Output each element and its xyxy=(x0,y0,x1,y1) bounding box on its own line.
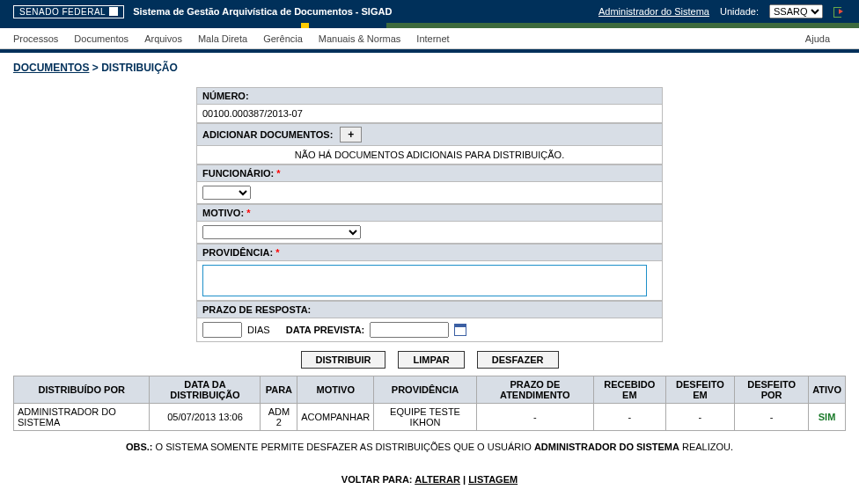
td-prazo: - xyxy=(476,404,593,431)
calendar-icon[interactable] xyxy=(454,324,466,336)
td-distribuido-por: ADMINISTRADOR DO SISTEMA xyxy=(14,404,150,431)
obs-text2: REALIZOU. xyxy=(679,442,733,452)
td-para: ADM 2 xyxy=(261,404,297,431)
funcionario-label: FUNCIONÁRIO: xyxy=(202,168,274,179)
table-row: ADMINISTRADOR DO SISTEMA 05/07/2013 13:0… xyxy=(14,404,846,431)
dias-input[interactable] xyxy=(202,322,242,338)
th-providencia: PROVIDÊNCIA xyxy=(374,376,476,404)
no-docs-message: NÃO HÁ DOCUMENTOS ADICIONAIS PARA DISTRI… xyxy=(197,146,662,164)
breadcrumb-documentos[interactable]: DOCUMENTOS xyxy=(13,62,89,74)
motivo-label-row: MOTIVO: * xyxy=(197,204,662,222)
voltar-sep: | xyxy=(460,474,468,485)
menu-manuais[interactable]: Manuais & Normas xyxy=(319,33,401,44)
th-distribuido-por: DISTRIBUÍDO POR xyxy=(14,376,150,404)
providencia-label-row: PROVIDÊNCIA: * xyxy=(197,244,662,261)
topbar: SENADO FEDERAL Sistema de Gestão Arquiví… xyxy=(0,0,859,23)
menu-internet[interactable]: Internet xyxy=(416,33,449,44)
motivo-select[interactable] xyxy=(202,225,361,239)
voltar-row: VOLTAR PARA: ALTERAR | LISTAGEM xyxy=(13,474,846,485)
td-ativo: SIM xyxy=(809,404,846,431)
obs-text1: O SISTEMA SOMENTE PERMITE DESFAZER AS DI… xyxy=(153,442,534,452)
funcionario-select[interactable] xyxy=(202,186,251,200)
data-prevista-label: DATA PREVISTA: xyxy=(286,325,364,335)
prazo-row: DIAS DATA PREVISTA: xyxy=(197,318,662,341)
system-title: Sistema de Gestão Arquivística de Docume… xyxy=(133,6,392,17)
numero-label-row: NÚMERO: xyxy=(197,88,662,105)
td-data: 05/07/2013 13:06 xyxy=(150,404,261,431)
menu-ajuda[interactable]: Ajuda xyxy=(805,33,830,44)
adicionar-row: ADICIONAR DOCUMENTOS: + xyxy=(197,123,662,146)
senado-badge: SENADO FEDERAL xyxy=(13,5,124,18)
distribuir-button[interactable]: DISTRIBUIR xyxy=(301,351,386,369)
providencia-req: * xyxy=(275,247,279,258)
numero-value: 00100.000387/2013-07 xyxy=(202,108,303,119)
history-table: DISTRIBUÍDO POR DATA DA DISTRIBUIÇÃO PAR… xyxy=(13,376,846,431)
menu-documentos[interactable]: Documentos xyxy=(74,33,128,44)
prazo-label: PRAZO DE RESPOSTA: xyxy=(202,304,311,315)
numero-label: NÚMERO: xyxy=(202,91,249,101)
providencia-row xyxy=(197,261,662,301)
td-desfeito-em: - xyxy=(665,404,734,431)
menubar: Processos Documentos Arquivos Mala Diret… xyxy=(0,28,859,49)
breadcrumb-distribuicao: DISTRIBUIÇÃO xyxy=(101,62,178,74)
funcionario-row xyxy=(197,182,662,204)
th-ativo: ATIVO xyxy=(809,376,846,404)
motivo-row xyxy=(197,222,662,244)
menu-gerencia[interactable]: Gerência xyxy=(263,33,303,44)
obs-bold: ADMINISTRADOR DO SISTEMA xyxy=(534,442,679,452)
breadcrumb-sep: > xyxy=(89,62,101,74)
funcionario-req: * xyxy=(276,168,280,179)
desfazer-button[interactable]: DESFAZER xyxy=(477,351,559,369)
breadcrumb: DOCUMENTOS > DISTRIBUIÇÃO xyxy=(13,62,846,74)
td-providencia: EQUIPE TESTE IKHON xyxy=(374,404,476,431)
prazo-label-row: PRAZO DE RESPOSTA: xyxy=(197,301,662,318)
admin-link[interactable]: Administrador do Sistema xyxy=(598,6,709,17)
menu-arquivos[interactable]: Arquivos xyxy=(144,33,182,44)
topbar-left: SENADO FEDERAL Sistema de Gestão Arquiví… xyxy=(13,5,392,18)
unidade-select[interactable]: SSARQ xyxy=(769,4,823,18)
action-buttons: DISTRIBUIR LIMPAR DESFAZER xyxy=(13,351,846,369)
providencia-label: PROVIDÊNCIA: xyxy=(202,247,273,258)
unidade-label: Unidade: xyxy=(720,6,759,17)
content: DOCUMENTOS > DISTRIBUIÇÃO NÚMERO: 00100.… xyxy=(0,53,859,493)
funcionario-label-row: FUNCIONÁRIO: * xyxy=(197,164,662,182)
td-recebido: - xyxy=(593,404,665,431)
th-prazo: PRAZO DE ATENDIMENTO xyxy=(476,376,593,404)
voltar-listagem-link[interactable]: LISTAGEM xyxy=(468,474,518,485)
obs-note: OBS.: O SISTEMA SOMENTE PERMITE DESFAZER… xyxy=(13,442,846,452)
th-desfeito-por: DESFEITO POR xyxy=(735,376,809,404)
limpar-button[interactable]: LIMPAR xyxy=(398,351,464,369)
data-prevista-input[interactable] xyxy=(370,322,449,338)
motivo-req: * xyxy=(246,208,250,218)
senado-label: SENADO FEDERAL xyxy=(19,7,106,17)
providencia-textarea[interactable] xyxy=(202,265,647,296)
th-desfeito-em: DESFEITO EM xyxy=(665,376,734,404)
voltar-label: VOLTAR PARA: xyxy=(341,474,413,485)
th-data: DATA DA DISTRIBUIÇÃO xyxy=(150,376,261,404)
menu-mala-direta[interactable]: Mala Direta xyxy=(198,33,247,44)
distribution-form: NÚMERO: 00100.000387/2013-07 ADICIONAR D… xyxy=(196,87,663,342)
history-header-row: DISTRIBUÍDO POR DATA DA DISTRIBUIÇÃO PAR… xyxy=(14,376,846,404)
th-para: PARA xyxy=(261,376,297,404)
dias-label: DIAS xyxy=(247,325,270,335)
td-motivo: ACOMPANHAR xyxy=(297,404,374,431)
th-motivo: MOTIVO xyxy=(297,376,374,404)
adicionar-label: ADICIONAR DOCUMENTOS: xyxy=(202,129,333,140)
td-desfeito-por: - xyxy=(735,404,809,431)
logout-icon[interactable] xyxy=(833,5,846,18)
senado-flag-icon xyxy=(109,7,118,16)
motivo-label: MOTIVO: xyxy=(202,208,244,218)
numero-value-row: 00100.000387/2013-07 xyxy=(197,105,662,123)
voltar-alterar-link[interactable]: ALTERAR xyxy=(415,474,460,485)
obs-prefix: OBS.: xyxy=(126,442,153,452)
menu-processos[interactable]: Processos xyxy=(13,33,58,44)
topbar-right: Administrador do Sistema Unidade: SSARQ xyxy=(598,4,846,18)
th-recebido: RECEBIDO EM xyxy=(593,376,665,404)
add-doc-button[interactable]: + xyxy=(340,127,362,142)
